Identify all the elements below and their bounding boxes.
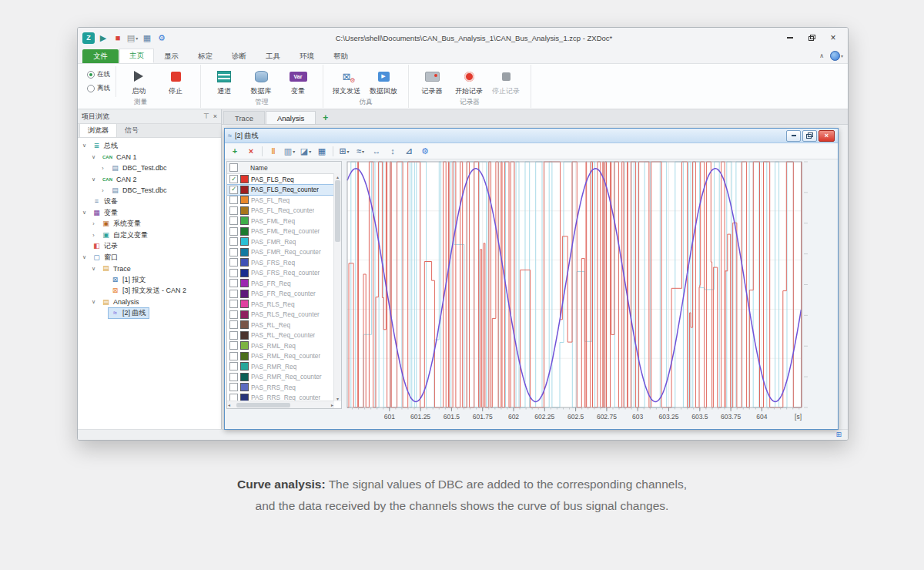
add-signal-button[interactable]: + xyxy=(228,145,242,157)
ribbon-tab-calibration[interactable]: 标定 xyxy=(189,50,222,63)
tree-item-device[interactable]: ≡设备 xyxy=(78,196,221,208)
collapse-icon[interactable]: ∨ xyxy=(81,142,88,149)
signal-checkbox[interactable] xyxy=(229,341,238,350)
radio-online[interactable]: 在线 xyxy=(87,70,110,79)
signal-checkbox[interactable] xyxy=(229,206,238,215)
radio-offline[interactable]: 离线 xyxy=(87,84,110,93)
doc-tab-trace[interactable]: Trace xyxy=(223,111,265,124)
collapse-icon[interactable]: ∨ xyxy=(81,210,88,216)
pause-button[interactable]: ‖ xyxy=(266,145,280,157)
signal-row-PAS_FL_Req[interactable]: PAS_FL_Req xyxy=(227,195,334,206)
line-style-button[interactable]: ◪▾ xyxy=(299,145,313,157)
tree-item-send-3[interactable]: ⊠[3] 报文发送 - CAN 2 xyxy=(78,286,221,297)
pin-icon[interactable]: ⊤ xyxy=(203,112,209,120)
tree-item-system-variables[interactable]: ›▣系统变量 xyxy=(78,219,221,230)
tree-item-can-1[interactable]: ∨CANCAN 1 xyxy=(78,152,221,163)
zoom-y-button[interactable]: ↕ xyxy=(386,145,400,157)
signal-checkbox[interactable] xyxy=(229,352,238,360)
curve-chart[interactable]: 601601.25601.5601.75602602.25602.5602.75… xyxy=(346,161,836,424)
signal-checkbox[interactable] xyxy=(229,237,238,246)
tree-item-analysis-folder[interactable]: ∨▤Analysis xyxy=(78,297,221,308)
signal-checkbox[interactable] xyxy=(229,227,238,236)
select-all-checkbox[interactable] xyxy=(229,163,238,172)
status-grid-icon[interactable]: ⊞ xyxy=(835,431,842,438)
tree-item-can-2[interactable]: ∨CANCAN 2 xyxy=(78,174,221,186)
signal-checkbox[interactable] xyxy=(229,320,238,329)
minimize-button[interactable] xyxy=(780,31,800,45)
signal-row-PAS_RL_Req_counter[interactable]: PAS_RL_Req_counter xyxy=(227,330,334,341)
tree-item-curve-2[interactable]: ≈[2] 曲线 xyxy=(78,308,221,320)
remove-signal-button[interactable]: × xyxy=(244,145,258,157)
signal-row-PAS_RLS_Req[interactable]: PAS_RLS_Req xyxy=(227,299,334,310)
signal-checkbox[interactable] xyxy=(229,248,238,256)
signal-checkbox[interactable] xyxy=(229,373,238,381)
signal-row-PAS_RML_Req[interactable]: PAS_RML_Req xyxy=(227,340,334,351)
ribbon-tab-display[interactable]: 显示 xyxy=(155,50,188,63)
signal-row-PAS_RMR_Req[interactable]: PAS_RMR_Req xyxy=(227,361,334,372)
tree-item-dbc-can1[interactable]: ›▤DBC_Test.dbc xyxy=(78,163,221,174)
ribbon-tab-environment[interactable]: 环境 xyxy=(290,50,323,63)
expand-icon[interactable]: › xyxy=(99,188,106,193)
signal-list-vscrollbar[interactable]: ▴ ▾ xyxy=(333,173,341,401)
channel-button[interactable]: 通道 xyxy=(206,66,243,96)
tree-item-custom-variables[interactable]: ›▣自定义变量 xyxy=(78,230,221,241)
signal-row-PAS_RLS_Req_counter[interactable]: PAS_RLS_Req_counter xyxy=(227,310,334,320)
signal-row-PAS_FLS_Req[interactable]: ✓PAS_FLS_Req xyxy=(227,174,334,185)
collapse-icon[interactable]: ∨ xyxy=(81,254,88,260)
scroll-right-icon[interactable]: ▸ xyxy=(331,402,333,408)
save-image-button[interactable]: ▦ xyxy=(315,145,329,157)
settings-button[interactable]: ⚙ xyxy=(418,145,432,157)
signal-row-PAS_FMR_Req[interactable]: PAS_FMR_Req xyxy=(227,236,334,247)
collapse-ribbon-icon[interactable]: ∧ xyxy=(819,52,824,59)
data-replay-button[interactable]: ▶数据回放 xyxy=(365,66,402,96)
tree-item-windows[interactable]: ∨▢窗口 xyxy=(78,252,221,263)
collapse-icon[interactable]: ∨ xyxy=(90,299,97,305)
save-icon[interactable]: ▦ xyxy=(141,31,153,45)
stop-record-button[interactable]: 停止记录 xyxy=(487,66,524,96)
curve-close-button[interactable]: × xyxy=(819,130,835,142)
signal-checkbox[interactable] xyxy=(229,196,238,204)
expand-icon[interactable]: › xyxy=(90,221,97,226)
collapse-icon[interactable]: ∨ xyxy=(90,154,97,160)
message-send-button[interactable]: ⊠报文发送 xyxy=(328,66,365,96)
signal-row-PAS_FML_Req_counter[interactable]: PAS_FML_Req_counter xyxy=(227,226,334,237)
start-record-button[interactable]: 开始记录 xyxy=(450,66,487,96)
signal-checkbox[interactable] xyxy=(229,279,238,287)
signal-checkbox[interactable] xyxy=(229,300,238,308)
signal-checkbox[interactable] xyxy=(229,216,238,225)
scroll-left-icon[interactable]: ◂ xyxy=(228,402,230,408)
curve-window-titlebar[interactable]: ≈ [2] 曲线 × xyxy=(225,129,838,143)
ribbon-tab-help[interactable]: 帮助 xyxy=(324,50,357,63)
layout-button[interactable]: ▥▾ xyxy=(283,145,296,157)
panel-close-icon[interactable]: × xyxy=(213,112,217,120)
collapse-icon[interactable]: ∨ xyxy=(90,266,97,272)
signal-row-PAS_FL_Req_counter[interactable]: PAS_FL_Req_counter xyxy=(227,206,334,216)
expand-icon[interactable]: › xyxy=(99,166,106,171)
expand-icon[interactable]: › xyxy=(90,233,97,238)
panel-tab-browser[interactable]: 浏览器 xyxy=(79,123,117,137)
titlebar[interactable]: Z▶■▤▾▦⚙ C:\Users\shell\Documents\CAN_Bus… xyxy=(78,28,848,48)
language-globe-button[interactable]: ▾ xyxy=(830,51,843,61)
doc-tab-analysis[interactable]: Analysis xyxy=(266,111,316,124)
hscroll-thumb[interactable] xyxy=(236,403,290,407)
database-button[interactable]: 数据库 xyxy=(243,66,280,96)
ribbon-tab-tools[interactable]: 工具 xyxy=(256,50,290,63)
ribbon-tab-file[interactable]: 文件 xyxy=(82,49,119,63)
start-button[interactable]: 启动 xyxy=(120,66,157,96)
signal-checkbox[interactable] xyxy=(229,258,238,267)
wrench-icon[interactable]: ⚙ xyxy=(156,31,168,45)
signal-row-PAS_FLS_Req_counter[interactable]: ✓PAS_FLS_Req_counter xyxy=(227,185,334,196)
signal-checkbox[interactable] xyxy=(229,290,238,298)
curve-minimize-button[interactable] xyxy=(786,130,801,142)
signal-row-PAS_FR_Req[interactable]: PAS_FR_Req xyxy=(227,278,334,289)
tree-item-bus[interactable]: ∨≣总线 xyxy=(78,140,221,152)
recorder-button[interactable]: 记录器 xyxy=(413,66,450,96)
ribbon-tab-diagnosis[interactable]: 诊断 xyxy=(223,50,256,63)
close-button[interactable]: × xyxy=(823,31,843,45)
collapse-icon[interactable]: ∨ xyxy=(90,176,97,183)
signal-checkbox[interactable]: ✓ xyxy=(229,175,238,183)
ribbon-tab-home[interactable]: 主页 xyxy=(119,49,154,63)
signal-checkbox[interactable] xyxy=(229,269,238,277)
grid-button[interactable]: ⊞▾ xyxy=(337,145,351,157)
doc-tab-add[interactable]: + xyxy=(316,112,334,124)
